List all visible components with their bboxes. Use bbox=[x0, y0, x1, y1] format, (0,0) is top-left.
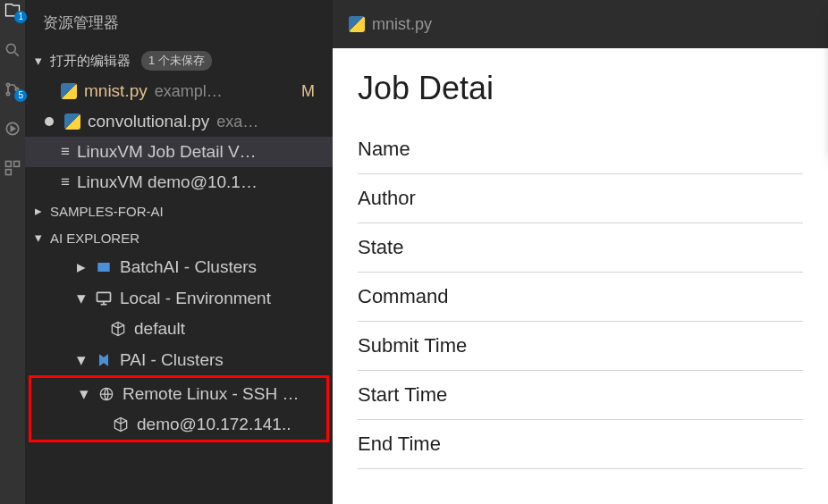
editor-desc: exampl… bbox=[155, 82, 223, 101]
svg-point-0 bbox=[6, 44, 15, 53]
tree-item-default[interactable]: default bbox=[25, 314, 333, 344]
explorer-icon[interactable]: 1 bbox=[4, 2, 21, 20]
chevron-down-icon: ▾ bbox=[78, 383, 90, 404]
ai-explorer-label: AI EXPLORER bbox=[50, 231, 139, 246]
chevron-down-icon: ▾ bbox=[75, 349, 88, 370]
tree-label: PAI - Clusters bbox=[120, 350, 224, 370]
tab-mnist[interactable]: mnist.py bbox=[333, 0, 448, 48]
unsaved-dot-icon bbox=[45, 117, 54, 126]
open-editor-job-detail[interactable]: ≡ LinuxVM Job Detail V… bbox=[25, 137, 333, 167]
editor-desc: exa… bbox=[216, 113, 258, 131]
editor-filename: convolutional.py bbox=[88, 112, 209, 131]
detail-row-end-time: End Time bbox=[358, 420, 803, 469]
explorer-badge: 1 bbox=[14, 11, 27, 23]
tree-label: default bbox=[134, 319, 185, 339]
svg-rect-7 bbox=[14, 162, 20, 167]
tab-bar: mnist.py bbox=[333, 0, 828, 48]
detail-row-name: Name bbox=[358, 125, 803, 174]
batchai-icon bbox=[95, 258, 113, 276]
page-title: Job Detai bbox=[358, 70, 803, 107]
ai-explorer-section-header[interactable]: ▾ AI EXPLORER bbox=[25, 224, 333, 251]
detail-row-submit-time: Submit Time bbox=[358, 322, 803, 371]
tree-item-pai[interactable]: ▾ PAI - Clusters bbox=[25, 344, 333, 375]
python-icon bbox=[64, 113, 80, 130]
activity-bar: 1 5 bbox=[0, 0, 25, 504]
unsaved-badge: 1 个未保存 bbox=[141, 51, 212, 71]
document-lines-icon: ≡ bbox=[61, 143, 70, 161]
cube-icon bbox=[112, 416, 130, 433]
tree-label: Remote Linux - SSH … bbox=[123, 384, 299, 404]
sidebar-title: 资源管理器 bbox=[25, 0, 333, 46]
svg-rect-8 bbox=[6, 170, 12, 175]
python-icon bbox=[349, 16, 365, 32]
monitor-icon bbox=[95, 290, 113, 307]
svg-point-2 bbox=[6, 83, 9, 86]
svg-rect-9 bbox=[97, 263, 109, 272]
detail-row-author: Author bbox=[358, 174, 803, 223]
chevron-right-icon: ▸ bbox=[32, 203, 45, 219]
svg-point-3 bbox=[6, 92, 9, 95]
svg-rect-10 bbox=[97, 292, 111, 301]
chevron-down-icon: ▾ bbox=[32, 53, 45, 69]
job-detail-content: Job Detai Name Author State Command Subm… bbox=[333, 48, 828, 491]
open-editors-label: 打开的编辑器 bbox=[50, 53, 131, 70]
python-icon bbox=[61, 83, 77, 99]
tree-item-demo-host[interactable]: demo@10.172.141.. bbox=[31, 409, 326, 440]
tree-item-remote-linux[interactable]: ▾ Remote Linux - SSH … bbox=[31, 378, 326, 409]
debug-icon[interactable] bbox=[4, 120, 21, 138]
scm-badge: 5 bbox=[14, 89, 27, 102]
highlight-remote-linux: ▾ Remote Linux - SSH … demo@10.172.141.. bbox=[29, 375, 329, 442]
tree-item-batchai[interactable]: ▸ BatchAI - Clusters bbox=[25, 251, 333, 282]
tree-label: Local - Environment bbox=[120, 289, 271, 308]
sidebar: 资源管理器 ▾ 打开的编辑器 1 个未保存 mnist.py exampl… M… bbox=[25, 0, 333, 504]
search-icon[interactable] bbox=[4, 41, 21, 59]
open-editor-mnist[interactable]: mnist.py exampl… M bbox=[25, 76, 333, 106]
editor-filename: LinuxVM Job Detail V… bbox=[77, 142, 257, 162]
pai-icon bbox=[95, 351, 113, 369]
chevron-down-icon: ▾ bbox=[32, 230, 45, 246]
detail-row-command: Command bbox=[358, 273, 803, 322]
samples-label: SAMPLES-FOR-AI bbox=[50, 204, 164, 219]
open-editor-linuxvm-demo[interactable]: ≡ LinuxVM demo@10.1… bbox=[25, 167, 333, 197]
open-editor-convolutional[interactable]: convolutional.py exa… bbox=[25, 106, 333, 137]
tree-label: demo@10.172.141.. bbox=[137, 415, 291, 434]
main-area: mnist.py Home Directory Job Output Direc… bbox=[333, 0, 828, 504]
detail-row-state: State bbox=[358, 223, 803, 273]
globe-icon bbox=[97, 385, 115, 403]
editor-filename: mnist.py bbox=[84, 81, 148, 101]
open-editors-header[interactable]: ▾ 打开的编辑器 1 个未保存 bbox=[25, 46, 333, 76]
tree-label: BatchAI - Clusters bbox=[120, 257, 257, 277]
svg-line-1 bbox=[15, 53, 19, 56]
scm-icon[interactable]: 5 bbox=[4, 80, 21, 98]
detail-row-start-time: Start Time bbox=[358, 371, 803, 420]
chevron-right-icon: ▸ bbox=[75, 256, 88, 277]
tab-label: mnist.py bbox=[372, 15, 432, 34]
chevron-down-icon: ▾ bbox=[75, 288, 88, 308]
extensions-icon[interactable] bbox=[4, 159, 21, 177]
svg-rect-6 bbox=[6, 162, 12, 167]
tree-item-local-environment[interactable]: ▾ Local - Environment bbox=[25, 282, 333, 314]
cube-icon bbox=[109, 320, 127, 338]
modified-badge: M bbox=[296, 82, 315, 101]
samples-section-header[interactable]: ▸ SAMPLES-FOR-AI bbox=[25, 197, 333, 224]
editor-filename: LinuxVM demo@10.1… bbox=[77, 172, 258, 192]
document-lines-icon: ≡ bbox=[61, 173, 70, 191]
